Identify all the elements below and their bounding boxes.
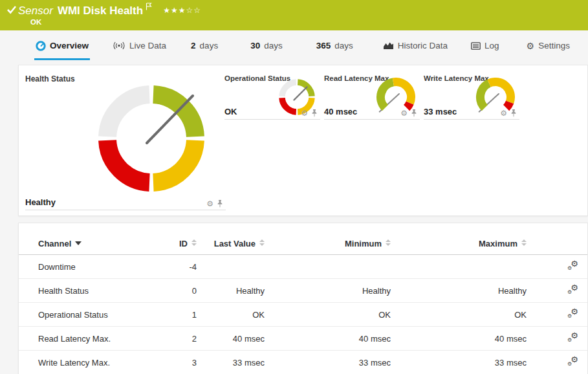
gauge-tile-operational-status[interactable]: Operational Status OK ⚙ xyxy=(224,72,320,120)
channel-table: Channel ID Last Value Minimum Maximum Do… xyxy=(19,232,587,374)
flag-icon[interactable] xyxy=(146,3,153,10)
log-icon xyxy=(471,42,481,50)
pin-icon[interactable] xyxy=(510,109,517,117)
cell-channel[interactable]: Downtime xyxy=(19,255,168,279)
historic-data-icon xyxy=(383,41,394,50)
cell-minimum: Healthy xyxy=(265,279,391,303)
gauge-value: Healthy xyxy=(25,197,56,207)
cell-id: 2 xyxy=(168,327,197,351)
sort-icon xyxy=(259,239,265,246)
gauge-title: Health Status xyxy=(25,74,75,83)
tab-live-data[interactable]: Live Data xyxy=(113,30,166,61)
cell-last-value: Healthy xyxy=(197,279,265,303)
col-header-channel[interactable]: Channel xyxy=(19,232,168,255)
table-header-row: Channel ID Last Value Minimum Maximum xyxy=(19,232,587,255)
table-row[interactable]: Write Latency Max. 3 33 msec 33 msec 33 … xyxy=(19,351,587,374)
gauge-tile-write-latency[interactable]: Write Latency Max. 33 msec ⚙ xyxy=(424,72,519,120)
cell-minimum xyxy=(265,255,391,279)
sort-desc-icon xyxy=(75,241,82,245)
cell-channel[interactable]: Read Latency Max. xyxy=(19,327,168,351)
cell-maximum: 33 msec xyxy=(391,351,527,374)
cell-channel[interactable]: Write Latency Max. xyxy=(19,351,168,374)
col-header-id[interactable]: ID xyxy=(168,232,197,255)
cell-minimum: 40 msec xyxy=(265,327,391,351)
channel-table-panel: Channel ID Last Value Minimum Maximum Do… xyxy=(18,223,588,374)
cell-id: 1 xyxy=(168,303,197,327)
table-row[interactable]: Health Status 0 Healthy Healthy Healthy … xyxy=(19,279,587,303)
cell-minimum: 33 msec xyxy=(265,351,391,374)
cell-maximum: Healthy xyxy=(391,279,527,303)
col-header-minimum[interactable]: Minimum xyxy=(265,232,391,255)
pin-icon[interactable] xyxy=(311,109,318,117)
cell-id: 0 xyxy=(168,279,197,303)
cell-last-value: 40 msec xyxy=(197,327,265,351)
cell-minimum: OK xyxy=(265,303,391,327)
cell-maximum: OK xyxy=(391,303,527,327)
gauge-icon xyxy=(36,41,46,51)
gear-icon[interactable]: ⚙ xyxy=(400,110,408,116)
table-row[interactable]: Operational Status 1 OK OK OK ⚙⚙ xyxy=(19,303,587,327)
tab-log[interactable]: Log xyxy=(471,30,499,61)
check-icon xyxy=(6,4,17,16)
tab-2-days[interactable]: 2days xyxy=(191,30,218,61)
sensor-header: SensorWMI Disk Health★★★☆☆ OK xyxy=(0,0,588,30)
cell-last-value: OK xyxy=(197,303,265,327)
gauge-tile-health-status[interactable]: Health Status Healthy ⚙ xyxy=(25,69,226,210)
overview-gauges-panel: Health Status Healthy ⚙ Operational Stat… xyxy=(18,65,588,216)
cell-channel[interactable]: Operational Status xyxy=(19,303,168,327)
col-header-maximum[interactable]: Maximum xyxy=(391,232,527,255)
gauge-value: OK xyxy=(224,107,237,116)
gauge-value: 40 msec xyxy=(324,107,357,116)
channel-settings-icon[interactable]: ⚙⚙ xyxy=(567,261,578,270)
gauge-value: 33 msec xyxy=(424,107,457,116)
tab-365-days[interactable]: 365days xyxy=(316,30,353,61)
tab-30-days[interactable]: 30days xyxy=(250,30,283,61)
health-status-gauge xyxy=(90,77,213,200)
table-row[interactable]: Read Latency Max. 2 40 msec 40 msec 40 m… xyxy=(19,327,587,351)
cell-maximum: 40 msec xyxy=(391,327,527,351)
priority-stars[interactable]: ★★★☆☆ xyxy=(163,6,201,15)
tab-historic-data[interactable]: Historic Data xyxy=(383,30,448,61)
sensor-kind-label: Sensor xyxy=(18,5,53,17)
sort-icon xyxy=(386,239,391,246)
channel-settings-icon[interactable]: ⚙⚙ xyxy=(567,333,578,342)
channel-settings-icon[interactable]: ⚙⚙ xyxy=(567,357,578,366)
cell-channel[interactable]: Health Status xyxy=(19,279,168,303)
gear-icon[interactable]: ⚙ xyxy=(301,110,308,116)
cell-last-value: 33 msec xyxy=(197,351,265,374)
channel-settings-icon[interactable]: ⚙⚙ xyxy=(567,285,578,294)
cell-last-value xyxy=(197,255,265,279)
channel-settings-icon[interactable]: ⚙⚙ xyxy=(567,309,578,318)
col-header-last-value[interactable]: Last Value xyxy=(197,232,265,255)
status-badge: OK xyxy=(30,18,41,26)
gauge-tile-read-latency[interactable]: Read Latency Max. 40 msec ⚙ xyxy=(324,72,420,120)
gear-icon[interactable]: ⚙ xyxy=(500,110,507,116)
tab-bar: Overview Live Data 2days 30days 365days … xyxy=(0,30,588,61)
live-data-icon xyxy=(113,41,125,50)
cell-id: 3 xyxy=(168,351,197,374)
cell-id: -4 xyxy=(168,255,197,279)
settings-icon: ⚙ xyxy=(527,41,535,51)
gear-icon[interactable]: ⚙ xyxy=(206,201,213,207)
page-title: WMI Disk Health xyxy=(58,5,143,17)
pin-icon[interactable] xyxy=(217,200,223,208)
tab-settings[interactable]: ⚙ Settings xyxy=(527,30,570,61)
sort-icon xyxy=(191,239,197,246)
table-row[interactable]: Downtime -4 ⚙⚙ xyxy=(19,255,587,279)
sort-icon xyxy=(521,239,527,246)
cell-maximum xyxy=(391,255,527,279)
gauge-needle xyxy=(294,87,307,100)
pin-icon[interactable] xyxy=(411,109,417,117)
tab-overview[interactable]: Overview xyxy=(36,30,89,61)
